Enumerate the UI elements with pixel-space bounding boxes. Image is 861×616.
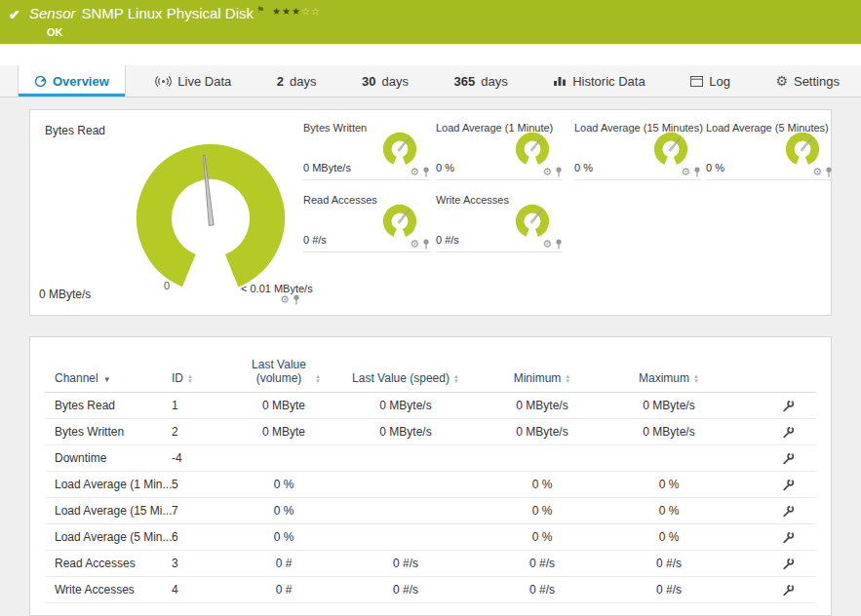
main-gauge-title: Bytes Read [45, 124, 105, 137]
sort-icon: ▲▼ [693, 374, 699, 384]
column-header-minimum[interactable]: Minimum ▲▼ [474, 353, 610, 392]
cell-id: 3 [172, 551, 230, 576]
sort-icon: ▲▼ [565, 374, 570, 384]
tab-live-data[interactable]: Live Data [139, 65, 247, 96]
gear-icon[interactable]: ⚙ [410, 239, 419, 250]
cell-minimum: 0 % [474, 472, 610, 497]
pin-icon[interactable] [422, 239, 430, 250]
gauge-actions: ⚙ [410, 167, 430, 177]
sort-icon: ▲▼ [187, 374, 193, 384]
pin-icon[interactable] [293, 294, 300, 305]
main-gauge-dial [128, 135, 294, 301]
column-header-last-value-volume[interactable]: Last Value (volume) ▲▼ [230, 353, 337, 392]
column-label: Maximum [639, 371, 689, 385]
tab-number: 30 [362, 74, 375, 89]
tab-365-days[interactable]: 365 days [439, 65, 524, 96]
tab-bar: Overview Live Data 2 days 30 days 365 da… [0, 65, 861, 97]
channel-table-panel: Channel ▼ ID ▲▼ Last Value (volume) ▲▼ L… [29, 336, 832, 616]
cell-last-value-speed [337, 472, 474, 497]
status-check-icon: ✔ [9, 7, 20, 22]
column-header-id[interactable]: ID ▲▼ [172, 353, 230, 392]
table-row: Load Average (5 Min... 6 0 % 0 % 0 % [45, 524, 816, 551]
tab-settings[interactable]: ⚙ Settings [760, 65, 855, 96]
pin-icon[interactable] [825, 167, 833, 177]
channel-settings-icon[interactable] [782, 584, 795, 597]
cell-last-value-speed [337, 498, 474, 523]
pin-icon[interactable] [693, 167, 701, 177]
historic-data-icon [553, 75, 567, 87]
cell-channel: Bytes Written [55, 419, 172, 444]
gauge-dial [782, 129, 823, 170]
cell-actions [727, 551, 816, 576]
cell-last-value-speed: 0 #/s [337, 577, 474, 602]
cell-channel: Load Average (1 Min... [55, 472, 172, 497]
cell-maximum: 0 MByte/s [610, 419, 727, 444]
tab-overview[interactable]: Overview [18, 65, 126, 96]
cell-minimum: 0 MByte/s [474, 393, 610, 418]
cell-minimum: 0 % [474, 498, 610, 523]
table-body: Bytes Read 1 0 MByte 0 MByte/s 0 MByte/s… [45, 393, 816, 603]
gear-icon[interactable]: ⚙ [681, 167, 690, 177]
gauge-actions: ⚙ [812, 167, 833, 177]
tab-historic-data[interactable]: Historic Data [537, 65, 660, 96]
channel-settings-icon[interactable] [782, 479, 795, 491]
tab-label: days [382, 74, 409, 89]
cell-maximum: 0 % [610, 472, 727, 497]
gauge-value: 0 MByte/s [303, 162, 351, 173]
channel-settings-icon[interactable] [782, 400, 795, 412]
priority-stars-empty[interactable]: ☆☆ [301, 6, 321, 17]
cell-maximum: 0 #/s [610, 577, 727, 602]
tab-30-days[interactable]: 30 days [346, 65, 424, 96]
tab-label: Log [709, 74, 730, 89]
cell-maximum [610, 445, 727, 471]
cell-last-value-volume: 0 % [230, 472, 337, 497]
pin-icon[interactable] [555, 239, 563, 250]
priority-stars-filled[interactable]: ★★★ [272, 6, 301, 17]
live-data-icon [155, 75, 172, 88]
small-gauge: Read Accesses 0 #/s ⚙ [303, 192, 430, 252]
gear-icon[interactable]: ⚙ [542, 239, 552, 250]
cell-actions [727, 498, 816, 523]
cell-minimum [474, 445, 610, 471]
tab-label: days [290, 74, 316, 89]
gauge-actions: ⚙ [542, 239, 563, 250]
sort-icon: ▲▼ [453, 374, 459, 384]
channel-settings-icon[interactable] [782, 505, 795, 518]
gear-icon[interactable]: ⚙ [280, 294, 290, 305]
column-header-maximum[interactable]: Maximum ▲▼ [610, 353, 727, 392]
gauge-dial [379, 201, 420, 242]
cell-id: 4 [172, 577, 230, 602]
log-icon [690, 76, 703, 87]
cell-last-value-speed [337, 445, 474, 471]
channel-settings-icon[interactable] [782, 452, 795, 465]
column-header-last-value-speed[interactable]: Last Value (speed) ▲▼ [337, 353, 474, 392]
cell-last-value-speed [337, 524, 474, 550]
table-row: Bytes Written 2 0 MByte 0 MByte/s 0 MByt… [45, 419, 816, 445]
cell-id: 5 [172, 472, 230, 497]
tab-label: Historic Data [572, 74, 645, 89]
tab-2-days[interactable]: 2 days [261, 65, 333, 96]
channel-settings-icon[interactable] [782, 558, 795, 570]
pin-icon[interactable] [422, 167, 430, 177]
channel-settings-icon[interactable] [782, 531, 795, 544]
pin-icon[interactable] [555, 167, 563, 177]
column-header-channel[interactable]: Channel ▼ [55, 353, 172, 392]
tab-log[interactable]: Log [675, 65, 746, 96]
sensor-page: ✔ SensorSNMP Linux Physical Disk⚑★★★☆☆ O… [0, 0, 861, 616]
gear-icon[interactable]: ⚙ [542, 167, 552, 177]
cell-minimum: 0 MByte/s [474, 419, 610, 444]
cell-last-value-volume: 0 % [230, 498, 337, 523]
gear-icon[interactable]: ⚙ [410, 167, 419, 177]
page-title: SNMP Linux Physical Disk [82, 5, 254, 21]
column-label: Minimum [514, 371, 562, 385]
channel-settings-icon[interactable] [782, 426, 795, 439]
cell-minimum: 0 % [474, 524, 610, 550]
cell-channel: Downtime [55, 445, 172, 471]
cell-id: 2 [172, 419, 230, 444]
gauge-value: 0 #/s [303, 234, 327, 246]
gear-icon[interactable]: ⚙ [812, 167, 822, 177]
main-gauge-scale-note: < 0.01 MByte/s [241, 283, 313, 294]
small-gauge: Load Average (5 Minutes) 0 % ⚙ [706, 120, 833, 180]
cell-last-value-volume: 0 MByte [230, 419, 337, 444]
cell-id: 1 [172, 393, 230, 418]
